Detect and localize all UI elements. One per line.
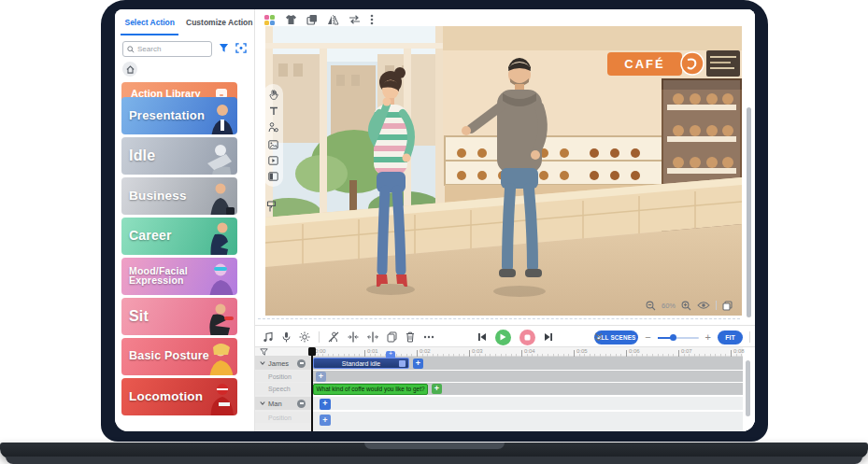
fit-button[interactable]: FIT xyxy=(718,330,743,344)
category-tile-locomotion[interactable]: Locomotion xyxy=(121,378,237,415)
filter-icon[interactable] xyxy=(219,43,229,53)
collapse-timeline-icon[interactable] xyxy=(594,332,603,342)
video-tool-icon[interactable] xyxy=(268,156,278,165)
tab-select-action[interactable]: Select Action xyxy=(115,9,185,35)
chevron-down-icon[interactable] xyxy=(260,401,265,406)
laptop-base-edge xyxy=(6,457,862,464)
scene-tool-strip xyxy=(263,84,283,187)
category-label: Mood/Facial Expression xyxy=(129,267,209,286)
split-left-icon[interactable] xyxy=(348,331,359,343)
clip-speech[interactable]: What kind of coffe would you like to get… xyxy=(313,384,428,395)
playback-controls xyxy=(477,326,553,348)
track-header-man-position[interactable]: Position xyxy=(255,412,312,423)
snapshot-icon[interactable] xyxy=(722,301,733,311)
category-tile-presentation[interactable]: Presentation xyxy=(121,97,237,134)
category-tile-basic-posture[interactable]: Basic Posture xyxy=(121,338,237,375)
audio-icon[interactable] xyxy=(263,331,274,343)
lane-man-position[interactable] xyxy=(312,412,743,431)
category-tile-sit[interactable]: Sit xyxy=(121,298,237,335)
character-style-icon[interactable] xyxy=(263,14,276,26)
skip-start-button[interactable] xyxy=(477,332,487,342)
lane-man[interactable] xyxy=(312,397,743,410)
timeline-scrollbar-thumb[interactable] xyxy=(746,360,750,416)
separator xyxy=(319,331,320,343)
category-label: Career xyxy=(129,230,172,242)
zoom-in-icon[interactable] xyxy=(681,301,691,311)
track-filter-icon[interactable] xyxy=(260,348,268,356)
zoom-out-icon[interactable] xyxy=(646,301,656,311)
insert-clip-tab[interactable]: + xyxy=(386,351,395,358)
clip-loop-handle[interactable] xyxy=(399,360,406,367)
add-position-button[interactable]: + xyxy=(316,372,326,382)
category-tile-mood-facial-expression[interactable]: Mood/Facial Expression xyxy=(121,258,237,295)
viewport-zoom-controls: 60% xyxy=(646,297,750,314)
category-tile-business[interactable]: Business xyxy=(121,177,237,215)
viewport-scrollbar[interactable] xyxy=(742,9,755,323)
track-header-position[interactable]: Position xyxy=(255,371,312,382)
timeline-ruler[interactable]: 0:00 0:01 0:02 0:03 0:04 0:05 0:06 0:07 … xyxy=(255,347,743,357)
timeline-toolbar: ALL SCENES − + FIT xyxy=(255,325,755,347)
playhead[interactable] xyxy=(311,347,313,431)
separator xyxy=(716,301,717,310)
category-label: Business xyxy=(129,190,187,203)
text-tool-icon[interactable] xyxy=(269,106,278,116)
search-input[interactable] xyxy=(137,45,203,53)
add-speech-button[interactable]: + xyxy=(432,384,442,394)
skip-end-button[interactable] xyxy=(544,332,553,342)
track-options-button[interactable] xyxy=(297,359,306,368)
track-options-button[interactable] xyxy=(297,400,306,408)
delete-icon[interactable] xyxy=(406,331,415,343)
category-tile-idle[interactable]: Idle xyxy=(121,137,237,175)
fit-selection-icon[interactable] xyxy=(235,43,247,53)
mic-icon[interactable] xyxy=(282,331,291,343)
playhead-handle[interactable] xyxy=(308,347,316,356)
play-button[interactable] xyxy=(495,330,511,345)
category-label: Idle xyxy=(129,148,155,162)
more-tools-icon[interactable] xyxy=(423,335,434,339)
presenter-thumbnail xyxy=(204,101,235,134)
main-panel: CAFÉ xyxy=(254,9,755,431)
cafe-sign: CAFÉ xyxy=(607,50,740,77)
ruler-label: 0:03 xyxy=(472,348,483,354)
zoom-timeline-out-button[interactable]: − xyxy=(645,332,650,343)
add-action-button[interactable]: + xyxy=(413,359,423,369)
split-right-icon[interactable] xyxy=(367,331,378,343)
lane-position[interactable] xyxy=(312,371,743,382)
zoom-timeline-in-button[interactable]: + xyxy=(705,332,711,343)
chevron-down-icon[interactable] xyxy=(260,360,265,366)
track-header-speech[interactable]: Speech xyxy=(255,383,312,395)
add-man-action-button[interactable]: + xyxy=(320,399,331,410)
flip-horizontal-icon[interactable] xyxy=(327,15,339,25)
track-name: James xyxy=(268,359,289,368)
preview-eye-icon[interactable] xyxy=(697,301,710,310)
slider-knob[interactable] xyxy=(670,334,676,341)
tab-customize-action[interactable]: Customize Action xyxy=(185,9,255,35)
flag-marker-icon[interactable] xyxy=(266,201,277,212)
clip-label: What kind of coffe would you like to get… xyxy=(316,386,424,392)
timeline-view-controls: ALL SCENES − + FIT xyxy=(594,326,750,348)
home-icon xyxy=(126,65,135,74)
hand-tool-icon[interactable] xyxy=(269,90,278,100)
laptop-base-notch xyxy=(364,443,505,449)
scrollbar-thumb[interactable] xyxy=(747,107,751,317)
scene-canvas[interactable]: CAFÉ xyxy=(265,26,742,316)
home-button[interactable] xyxy=(122,62,137,77)
scene-layout-icon[interactable] xyxy=(268,172,278,181)
duplicate-icon[interactable] xyxy=(306,14,318,25)
clip-standard-idle[interactable]: Standard idle xyxy=(313,358,409,369)
timeline-zoom-slider[interactable] xyxy=(658,332,699,342)
record-button[interactable] xyxy=(519,330,535,345)
character-tool-icon[interactable] xyxy=(268,122,278,133)
more-options-icon[interactable] xyxy=(370,14,374,25)
image-tool-icon[interactable] xyxy=(268,140,278,149)
swap-icon[interactable] xyxy=(349,15,361,24)
brightness-icon[interactable] xyxy=(299,331,310,343)
category-tile-career[interactable]: Career xyxy=(121,218,237,255)
hide-actor-icon[interactable] xyxy=(328,331,339,343)
track-header-man[interactable]: Man xyxy=(255,397,312,410)
track-header-james[interactable]: James xyxy=(255,357,312,370)
duplicate-clip-icon[interactable] xyxy=(387,331,397,343)
search-box[interactable] xyxy=(122,41,212,57)
add-man-position-button[interactable]: + xyxy=(320,415,331,426)
outfit-icon[interactable] xyxy=(285,14,297,25)
